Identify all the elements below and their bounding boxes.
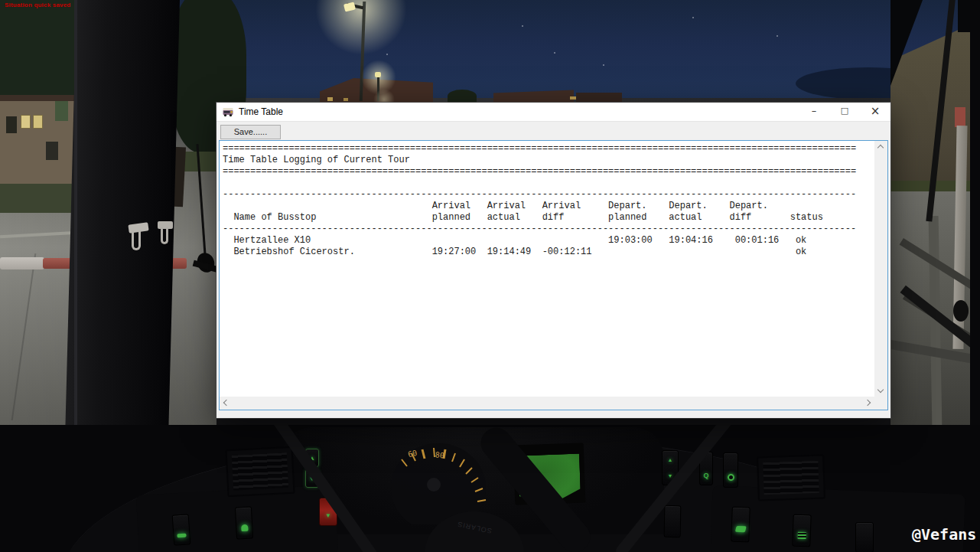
- q-symbol-icon: Q: [703, 472, 708, 479]
- save-button[interactable]: Save......: [220, 125, 281, 139]
- game-viewport: 60 80 ▲ ▼ ▼ ▲ ▼ Q: [0, 0, 980, 552]
- close-button[interactable]: ×: [860, 103, 890, 121]
- air-vent-left: [225, 446, 295, 498]
- scroll-left-icon[interactable]: [223, 400, 230, 406]
- kneeling-switch[interactable]: [731, 507, 750, 543]
- vent-slats: [232, 452, 288, 491]
- green-figure-icon: [241, 524, 248, 531]
- timetable-window: Time Table – □ × Save...... ============…: [217, 103, 890, 418]
- maximize-button[interactable]: □: [829, 103, 860, 121]
- unlit-switch[interactable]: [855, 522, 874, 552]
- scroll-right-icon[interactable]: [864, 400, 871, 406]
- window-controls: – □ ×: [799, 103, 890, 121]
- scroll-up-icon[interactable]: [877, 145, 884, 151]
- speedo-label-80: 80: [435, 450, 444, 459]
- unlit-switch[interactable]: [664, 505, 682, 537]
- ring-indicator-switch[interactable]: [723, 452, 738, 488]
- air-vent-right: [757, 454, 825, 501]
- up-arrow-icon: ▲: [668, 456, 673, 463]
- scrollbar-corner: [874, 397, 887, 410]
- down-arrow-icon: ▼: [325, 512, 331, 519]
- timetable-textarea[interactable]: ========================================…: [219, 140, 888, 410]
- watermark: @Vefans: [912, 525, 976, 544]
- kneeling-bus-icon: [734, 526, 746, 532]
- scroll-down-icon[interactable]: [877, 387, 884, 393]
- horizontal-scrollbar[interactable]: [220, 397, 874, 410]
- minimize-button[interactable]: –: [799, 103, 829, 121]
- lower-switch-left2[interactable]: [235, 506, 253, 539]
- window-toolbar: Save......: [217, 121, 890, 141]
- vertical-scrollbar[interactable]: [874, 141, 887, 397]
- quicksave-message: Situation quick saved: [5, 2, 70, 8]
- lower-switch-left1[interactable]: [172, 514, 191, 545]
- timetable-log[interactable]: ========================================…: [220, 142, 874, 397]
- bus-icon: [222, 106, 234, 118]
- window-titlebar[interactable]: Time Table – □ ×: [217, 103, 890, 121]
- green-bar-icon: [177, 533, 186, 537]
- window-title: Time Table: [239, 106, 283, 117]
- green-grid-icon: [797, 531, 806, 538]
- grid-switch[interactable]: [792, 514, 811, 547]
- vent-slats: [763, 461, 819, 495]
- steering-wheel-brand: SOLARIS: [456, 520, 492, 534]
- circle-indicator-icon: [728, 474, 734, 481]
